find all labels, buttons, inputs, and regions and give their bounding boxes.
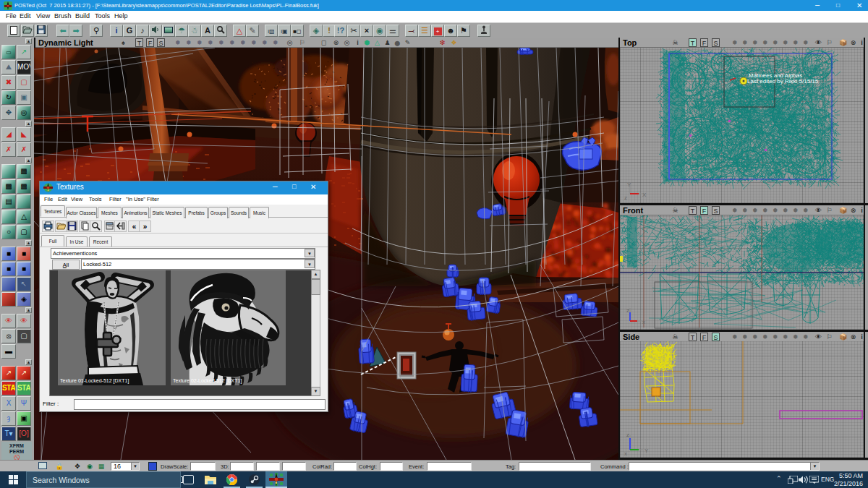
svg-text:Last edited by Rikki 5/15/15: Last edited by Rikki 5/15/15 [747,78,819,85]
svg-text:z: z [626,432,629,438]
svg-text:z: z [626,307,629,314]
svg-text:Y: Y [644,448,649,454]
svg-text:X: X [642,192,647,198]
svg-text:z: z [624,194,627,201]
svg-text:Texture 02-Locked-512 [DXT1]: Texture 02-Locked-512 [DXT1] [173,378,242,384]
svg-text:x: x [624,450,627,457]
svg-text:Y: Y [627,181,631,188]
svg-text:Texture 01-Locked-512 [DXT1]: Texture 01-Locked-512 [DXT1] [60,378,129,384]
svg-text:x: x [642,319,645,325]
